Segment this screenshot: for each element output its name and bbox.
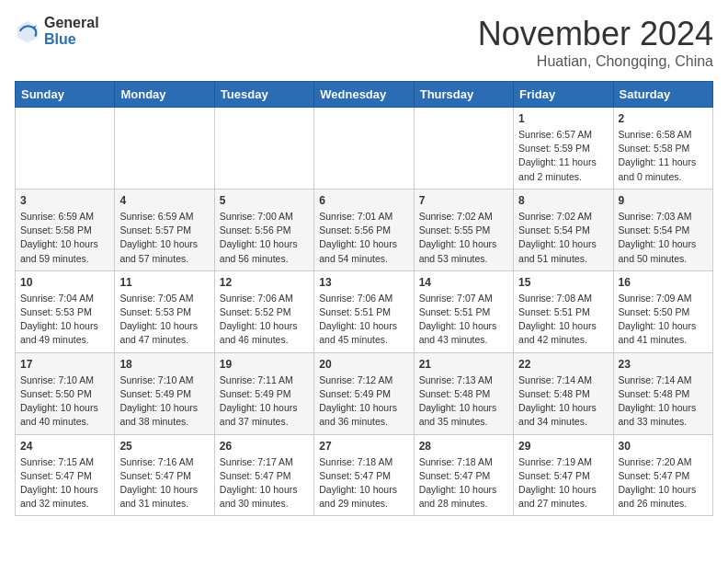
day-detail: Sunrise: 7:19 AMSunset: 5:47 PMDaylight:… bbox=[518, 455, 608, 511]
logo-general: General bbox=[44, 15, 99, 31]
logo-icon bbox=[15, 18, 40, 44]
day-number: 1 bbox=[518, 112, 608, 125]
day-detail: Sunrise: 7:07 AMSunset: 5:51 PMDaylight:… bbox=[419, 292, 508, 348]
day-detail: Sunrise: 7:03 AMSunset: 5:54 PMDaylight:… bbox=[619, 210, 708, 266]
day-detail: Sunrise: 7:05 AMSunset: 5:53 PMDaylight:… bbox=[119, 292, 209, 348]
calendar-cell: 26Sunrise: 7:17 AMSunset: 5:47 PMDayligh… bbox=[214, 434, 313, 516]
day-detail: Sunrise: 7:06 AMSunset: 5:51 PMDaylight:… bbox=[319, 292, 408, 348]
column-header-tuesday: Tuesday bbox=[214, 82, 313, 108]
day-number: 13 bbox=[319, 276, 408, 289]
calendar-cell: 16Sunrise: 7:09 AMSunset: 5:50 PMDayligh… bbox=[613, 270, 712, 352]
calendar-week-1: 1Sunrise: 6:57 AMSunset: 5:59 PMDaylight… bbox=[16, 108, 713, 190]
calendar-week-4: 17Sunrise: 7:10 AMSunset: 5:50 PMDayligh… bbox=[16, 352, 713, 434]
day-detail: Sunrise: 7:02 AMSunset: 5:54 PMDaylight:… bbox=[518, 210, 608, 266]
day-number: 21 bbox=[419, 358, 508, 371]
day-detail: Sunrise: 7:20 AMSunset: 5:47 PMDaylight:… bbox=[619, 455, 708, 511]
day-number: 24 bbox=[20, 440, 109, 453]
day-detail: Sunrise: 7:17 AMSunset: 5:47 PMDaylight:… bbox=[220, 455, 309, 511]
day-number: 9 bbox=[619, 194, 708, 207]
column-header-wednesday: Wednesday bbox=[314, 82, 414, 108]
calendar-cell: 24Sunrise: 7:15 AMSunset: 5:47 PMDayligh… bbox=[16, 434, 115, 516]
calendar-cell: 25Sunrise: 7:16 AMSunset: 5:47 PMDayligh… bbox=[115, 434, 214, 516]
day-detail: Sunrise: 6:59 AMSunset: 5:57 PMDaylight:… bbox=[119, 210, 209, 266]
calendar-cell: 28Sunrise: 7:18 AMSunset: 5:47 PMDayligh… bbox=[414, 434, 513, 516]
day-detail: Sunrise: 7:11 AMSunset: 5:49 PMDaylight:… bbox=[220, 373, 309, 430]
calendar-cell: 3Sunrise: 6:59 AMSunset: 5:58 PMDaylight… bbox=[16, 189, 115, 270]
column-header-friday: Friday bbox=[514, 82, 613, 108]
calendar-cell: 4Sunrise: 6:59 AMSunset: 5:57 PMDaylight… bbox=[115, 189, 214, 270]
day-detail: Sunrise: 6:59 AMSunset: 5:58 PMDaylight:… bbox=[20, 210, 109, 266]
calendar-week-3: 10Sunrise: 7:04 AMSunset: 5:53 PMDayligh… bbox=[16, 270, 713, 352]
calendar-week-5: 24Sunrise: 7:15 AMSunset: 5:47 PMDayligh… bbox=[16, 434, 713, 516]
calendar-cell: 30Sunrise: 7:20 AMSunset: 5:47 PMDayligh… bbox=[613, 434, 712, 516]
day-detail: Sunrise: 7:15 AMSunset: 5:47 PMDaylight:… bbox=[20, 455, 109, 511]
day-detail: Sunrise: 7:02 AMSunset: 5:55 PMDaylight:… bbox=[419, 210, 508, 266]
column-header-sunday: Sunday bbox=[16, 82, 115, 108]
day-number: 3 bbox=[20, 194, 109, 207]
day-detail: Sunrise: 7:09 AMSunset: 5:50 PMDaylight:… bbox=[619, 292, 708, 348]
day-number: 5 bbox=[220, 194, 309, 207]
day-detail: Sunrise: 7:10 AMSunset: 5:49 PMDaylight:… bbox=[119, 373, 209, 430]
calendar-cell bbox=[414, 108, 513, 190]
day-number: 17 bbox=[20, 358, 109, 371]
day-detail: Sunrise: 6:57 AMSunset: 5:59 PMDaylight:… bbox=[518, 128, 608, 184]
day-number: 14 bbox=[419, 276, 508, 289]
month-title: November 2024 bbox=[478, 15, 713, 53]
day-detail: Sunrise: 7:10 AMSunset: 5:50 PMDaylight:… bbox=[20, 373, 109, 430]
calendar-cell bbox=[115, 108, 214, 190]
page-header: General Blue November 2024 Huatian, Chon… bbox=[15, 15, 713, 70]
calendar-cell: 9Sunrise: 7:03 AMSunset: 5:54 PMDaylight… bbox=[613, 189, 712, 270]
day-number: 16 bbox=[619, 276, 708, 289]
calendar-table: SundayMondayTuesdayWednesdayThursdayFrid… bbox=[15, 81, 713, 516]
title-block: November 2024 Huatian, Chongqing, China bbox=[478, 15, 713, 70]
column-header-thursday: Thursday bbox=[414, 82, 513, 108]
day-number: 29 bbox=[518, 440, 608, 453]
calendar-cell: 7Sunrise: 7:02 AMSunset: 5:55 PMDaylight… bbox=[414, 189, 513, 270]
day-number: 30 bbox=[619, 440, 708, 453]
svg-marker-0 bbox=[17, 20, 38, 42]
day-detail: Sunrise: 7:04 AMSunset: 5:53 PMDaylight:… bbox=[20, 292, 109, 348]
column-header-saturday: Saturday bbox=[613, 82, 712, 108]
day-detail: Sunrise: 7:13 AMSunset: 5:48 PMDaylight:… bbox=[419, 373, 508, 430]
day-detail: Sunrise: 7:12 AMSunset: 5:49 PMDaylight:… bbox=[319, 373, 408, 430]
day-number: 27 bbox=[319, 440, 408, 453]
day-detail: Sunrise: 7:01 AMSunset: 5:56 PMDaylight:… bbox=[319, 210, 408, 266]
day-detail: Sunrise: 7:16 AMSunset: 5:47 PMDaylight:… bbox=[119, 455, 209, 511]
calendar-cell: 21Sunrise: 7:13 AMSunset: 5:48 PMDayligh… bbox=[414, 352, 513, 434]
logo: General Blue bbox=[15, 15, 99, 47]
calendar-cell: 19Sunrise: 7:11 AMSunset: 5:49 PMDayligh… bbox=[214, 352, 313, 434]
calendar-cell: 27Sunrise: 7:18 AMSunset: 5:47 PMDayligh… bbox=[314, 434, 414, 516]
day-number: 4 bbox=[119, 194, 209, 207]
calendar-cell: 18Sunrise: 7:10 AMSunset: 5:49 PMDayligh… bbox=[115, 352, 214, 434]
calendar-cell: 20Sunrise: 7:12 AMSunset: 5:49 PMDayligh… bbox=[314, 352, 414, 434]
day-number: 19 bbox=[220, 358, 309, 371]
day-number: 12 bbox=[220, 276, 309, 289]
calendar-cell bbox=[214, 108, 313, 190]
calendar-cell bbox=[16, 108, 115, 190]
day-number: 26 bbox=[220, 440, 309, 453]
day-detail: Sunrise: 6:58 AMSunset: 5:58 PMDaylight:… bbox=[619, 128, 708, 184]
day-number: 23 bbox=[619, 358, 708, 371]
calendar-cell: 17Sunrise: 7:10 AMSunset: 5:50 PMDayligh… bbox=[16, 352, 115, 434]
calendar-cell: 23Sunrise: 7:14 AMSunset: 5:48 PMDayligh… bbox=[613, 352, 712, 434]
day-number: 8 bbox=[518, 194, 608, 207]
calendar-cell: 8Sunrise: 7:02 AMSunset: 5:54 PMDaylight… bbox=[514, 189, 613, 270]
calendar-cell: 10Sunrise: 7:04 AMSunset: 5:53 PMDayligh… bbox=[16, 270, 115, 352]
calendar-cell: 22Sunrise: 7:14 AMSunset: 5:48 PMDayligh… bbox=[514, 352, 613, 434]
calendar-cell: 11Sunrise: 7:05 AMSunset: 5:53 PMDayligh… bbox=[115, 270, 214, 352]
day-detail: Sunrise: 7:00 AMSunset: 5:56 PMDaylight:… bbox=[220, 210, 309, 266]
calendar-cell: 12Sunrise: 7:06 AMSunset: 5:52 PMDayligh… bbox=[214, 270, 313, 352]
calendar-cell: 6Sunrise: 7:01 AMSunset: 5:56 PMDaylight… bbox=[314, 189, 414, 270]
calendar-cell: 5Sunrise: 7:00 AMSunset: 5:56 PMDaylight… bbox=[214, 189, 313, 270]
day-number: 25 bbox=[119, 440, 209, 453]
day-number: 2 bbox=[619, 112, 708, 125]
column-header-monday: Monday bbox=[115, 82, 214, 108]
logo-text: General Blue bbox=[44, 15, 99, 47]
day-detail: Sunrise: 7:08 AMSunset: 5:51 PMDaylight:… bbox=[518, 292, 608, 348]
day-number: 11 bbox=[119, 276, 209, 289]
day-number: 20 bbox=[319, 358, 408, 371]
day-detail: Sunrise: 7:14 AMSunset: 5:48 PMDaylight:… bbox=[518, 373, 608, 430]
calendar-cell bbox=[314, 108, 414, 190]
day-detail: Sunrise: 7:14 AMSunset: 5:48 PMDaylight:… bbox=[619, 373, 708, 430]
calendar-cell: 15Sunrise: 7:08 AMSunset: 5:51 PMDayligh… bbox=[514, 270, 613, 352]
